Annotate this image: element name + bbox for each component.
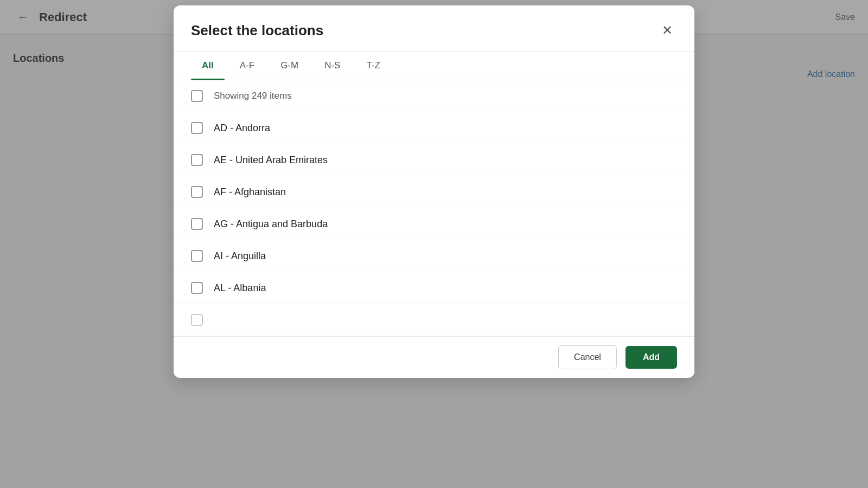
tab-g-m[interactable]: G-M [270, 52, 309, 80]
location-label-ag: AG - Antigua and Barbuda [214, 219, 328, 230]
location-label-ad: AD - Andorra [214, 123, 270, 134]
list-item[interactable] [174, 304, 694, 336]
location-label-ae: AE - United Arab Emirates [214, 155, 328, 166]
checkbox-al[interactable] [191, 282, 203, 294]
checkbox-ae[interactable] [191, 154, 203, 166]
checkbox-ai[interactable] [191, 250, 203, 262]
checkbox-select-all[interactable] [191, 90, 203, 102]
modal-close-button[interactable]: ✕ [658, 21, 677, 40]
list-item[interactable]: AF - Afghanistan [174, 176, 694, 208]
modal-footer: Cancel Add [174, 336, 694, 378]
checkbox-am[interactable] [191, 314, 203, 326]
tab-a-f[interactable]: A-F [229, 52, 265, 80]
modal-title: Select the locations [191, 22, 323, 39]
list-item[interactable]: AL - Albania [174, 272, 694, 304]
checkbox-ag[interactable] [191, 218, 203, 230]
location-label-ai: AI - Anguilla [214, 251, 266, 262]
list-item[interactable]: AI - Anguilla [174, 240, 694, 272]
list-item[interactable]: AG - Antigua and Barbuda [174, 208, 694, 240]
list-item[interactable]: AD - Andorra [174, 112, 694, 144]
list-item-select-all[interactable]: Showing 249 items [174, 80, 694, 112]
add-button[interactable]: Add [626, 346, 677, 369]
cancel-button[interactable]: Cancel [558, 345, 617, 369]
tab-n-s[interactable]: N-S [314, 52, 351, 80]
location-label-af: AF - Afghanistan [214, 187, 286, 198]
modal-overlay: Select the locations ✕ All A-F G-M N-S T… [0, 0, 868, 488]
locations-list[interactable]: Showing 249 items AD - Andorra AE - Unit… [174, 80, 694, 336]
tab-t-z[interactable]: T-Z [355, 52, 391, 80]
tabs-container: All A-F G-M N-S T-Z [174, 52, 694, 80]
tab-all[interactable]: All [191, 52, 225, 80]
item-count-label: Showing 249 items [214, 91, 292, 101]
modal-header: Select the locations ✕ [174, 5, 694, 52]
select-locations-modal: Select the locations ✕ All A-F G-M N-S T… [174, 5, 694, 378]
location-label-al: AL - Albania [214, 282, 266, 294]
checkbox-ad[interactable] [191, 122, 203, 134]
list-item[interactable]: AE - United Arab Emirates [174, 144, 694, 176]
checkbox-af[interactable] [191, 186, 203, 198]
